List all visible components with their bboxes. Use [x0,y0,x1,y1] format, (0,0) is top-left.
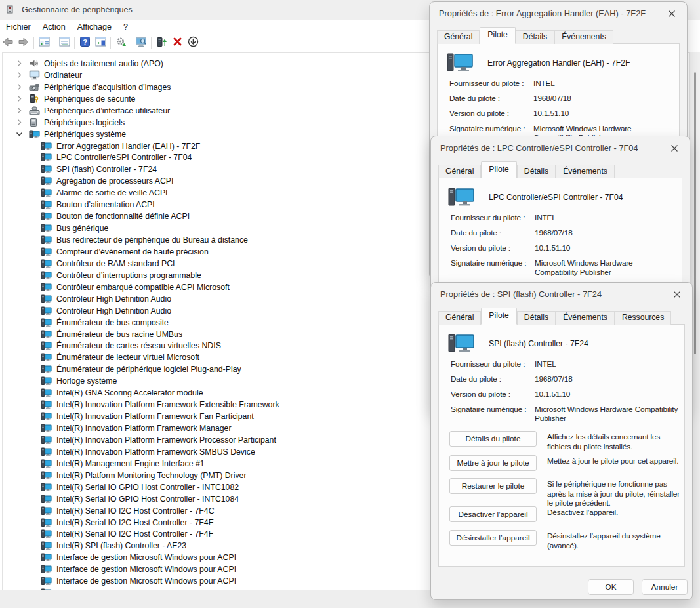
system-device-icon [41,235,52,245]
system-device-icon [41,553,52,563]
détails-du-pilote-button[interactable]: Détails du pilote [449,431,537,447]
tab-général[interactable]: Général [437,30,480,44]
tab-ressources[interactable]: Ressources [615,311,671,325]
tree-item-label: Compteur d’événement de haute précision [56,247,209,256]
tree-item-label: Interface de gestion Microsoft Windows p… [56,565,236,574]
tab-détails[interactable]: Détails [517,165,556,178]
tab-pilote[interactable]: Pilote [481,161,517,178]
toolbar-separator [131,37,131,49]
system-device-icon [41,506,52,516]
field-label: Version du pilote : [449,109,533,118]
chevron-right-icon[interactable] [14,60,24,67]
device-header: Error Aggregation Handler (EAH) - 7F2F [447,52,630,74]
system-device-icon [41,400,52,410]
tab-événements[interactable]: Événements [556,311,615,325]
system-device-icon [41,541,52,551]
tree-item-label: Alarme de sortie de veille ACPI [56,188,168,197]
system-device-icon [41,317,52,327]
tab-général[interactable]: Général [438,311,481,325]
system-device-icon [41,141,52,151]
tree-item-label: Agrégation de processeurs ACPI [56,176,173,186]
device-name: LPC Controller/eSPI Controller - 7F04 [489,193,623,202]
system-device-icon [41,188,52,198]
device-icon [448,186,476,209]
forward-arrow-icon [18,37,30,50]
tab-événements[interactable]: Événements [554,30,613,44]
tree-item-label: Intel(R) Innovation Platform Framework F… [56,412,254,421]
driver-action-row: Désinstaller l’appareilDésinstallez l’ap… [449,530,680,550]
disable-device-button[interactable] [185,35,201,51]
tree-item-label: Intel(R) Innovation Platform Framework P… [56,436,276,445]
tree-item-label: Bouton de fonctionnalité définie ACPI [56,212,190,221]
tab-détails[interactable]: Détails [516,30,554,44]
speaker-icon [29,58,40,68]
properties-button[interactable] [56,35,72,51]
tree-item-label: Contrôleur d’interruptions programmable [56,271,201,280]
chevron-right-icon[interactable] [14,107,24,114]
screen: Gestionnaire de périphériques FichierAct… [0,0,700,608]
chevron-right-icon[interactable] [14,95,24,102]
update-driver-button[interactable] [154,35,169,51]
tree-item-label: Énumérateur de bus composite [56,318,169,327]
device-header: LPC Controller/eSPI Controller - 7F04 [448,186,623,209]
menu-item-fichier[interactable]: Fichier [0,21,37,33]
chevron-right-icon[interactable] [14,119,24,126]
system-device-icon [41,165,52,174]
scan-hardware-icon [115,37,127,50]
mettre-à-jour-le-pilote-button[interactable]: Mettre à jour le pilote [449,455,537,471]
action-description: Si le périphérique ne fonctionne pas apr… [547,479,680,508]
driver-tab-page: SPI (flash) Controller - 7F24 Fournisseu… [438,324,685,567]
system-device-icon [41,482,52,492]
tab-détails[interactable]: Détails [517,311,556,325]
tab-strip: GénéralPiloteDétailsÉvénements [437,28,680,44]
tab-général[interactable]: Général [438,165,481,178]
tree-item-label: Contrôleur de RAM standard PCI [56,259,175,268]
show-action-pane-button[interactable] [93,35,108,51]
close-icon[interactable] [665,141,684,155]
désinstaller-l-appareil-button[interactable]: Désinstaller l’appareil [449,530,537,546]
scrollbar-thumb[interactable] [694,72,696,354]
tree-item-label: SPI (flash) Controller - 7F24 [56,165,157,174]
help-button[interactable]: ? [77,35,93,51]
driver-field-row: Date du pilote :1968/07/18 [451,228,678,237]
toolbar-separator [33,37,34,49]
ok-button[interactable]: OK [588,579,634,595]
system-device-icon [41,200,52,210]
tab-pilote[interactable]: Pilote [480,27,516,44]
tree-item-label: Énumérateur de bus racine UMBus [56,330,182,339]
system-device-icon [41,412,52,422]
driver-action-row: Détails du piloteAffichez les détails co… [449,431,680,451]
cancel-button[interactable]: Annuler [642,579,688,595]
hid-device-icon [29,106,40,115]
chevron-down-icon[interactable] [14,132,24,137]
uninstall-device-button[interactable] [169,35,185,51]
show-console-tree-button[interactable] [36,35,52,51]
chevron-right-icon[interactable] [14,83,24,91]
system-device-icon [41,435,52,445]
désactiver-l-appareil-button[interactable]: Désactiver l’appareil [449,506,537,522]
computer-icon [29,70,40,80]
restaurer-le-pilote-button[interactable]: Restaurer le pilote [449,478,537,494]
menu-item-?[interactable]: ? [117,21,134,33]
scan-hardware-changes-button[interactable] [113,35,129,51]
system-device-icon [41,529,52,539]
tree-item-label: Bus générique [56,224,108,233]
toolbar-separator [54,37,54,49]
back-button[interactable] [0,35,16,51]
forward-button[interactable] [16,35,31,51]
system-device-icon [41,212,52,222]
tab-événements[interactable]: Événements [556,165,615,178]
chevron-right-icon[interactable] [14,71,24,79]
tree-item-label: Énumérateur de lecteur virtuel Microsoft [56,353,199,362]
menu-item-action[interactable]: Action [37,21,72,33]
close-icon[interactable] [668,287,686,302]
close-icon[interactable] [663,7,681,21]
devices-view-button[interactable] [133,35,149,51]
toolbar-separator [74,37,75,49]
tree-item-label: Horloge système [56,376,117,386]
field-label: Fournisseur du pilote : [451,213,535,222]
field-value: 1968/07/18 [533,94,675,103]
dialog-titlebar: Propriétés de : Error Aggregation Handle… [430,2,687,24]
tab-pilote[interactable]: Pilote [481,308,517,325]
menu-item-affichage[interactable]: Affichage [72,21,117,33]
